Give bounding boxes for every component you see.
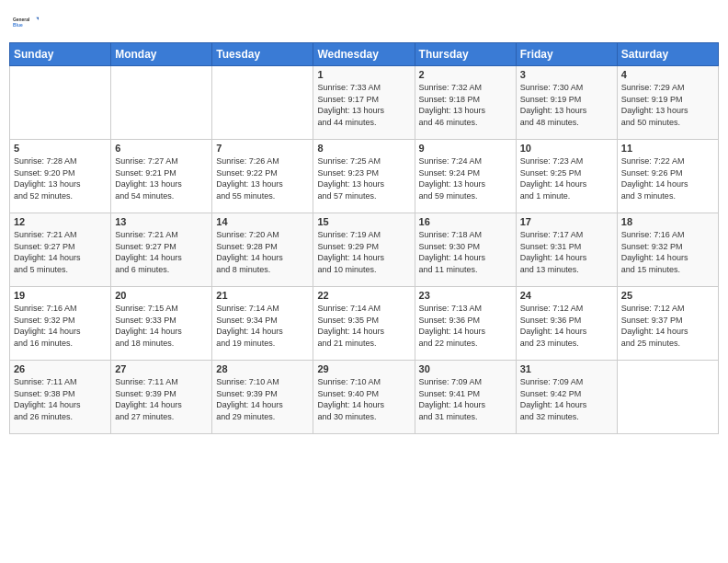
cell-info: Sunrise: 7:26 AM Sunset: 9:22 PM Dayligh… — [216, 155, 309, 201]
day-number: 15 — [317, 216, 410, 227]
day-number: 26 — [14, 363, 107, 374]
calendar-cell-13: 13Sunrise: 7:21 AM Sunset: 9:27 PM Dayli… — [111, 213, 212, 287]
calendar-cell-7: 7Sunrise: 7:26 AM Sunset: 9:22 PM Daylig… — [212, 140, 313, 213]
calendar-cell-15: 15Sunrise: 7:19 AM Sunset: 9:29 PM Dayli… — [313, 213, 415, 287]
day-number: 2 — [419, 69, 512, 80]
calendar-cell-23: 23Sunrise: 7:13 AM Sunset: 9:36 PM Dayli… — [415, 287, 516, 361]
cell-info: Sunrise: 7:09 AM Sunset: 9:41 PM Dayligh… — [419, 376, 512, 422]
cell-info: Sunrise: 7:14 AM Sunset: 9:34 PM Dayligh… — [216, 303, 309, 349]
day-number: 10 — [520, 143, 613, 154]
calendar-table: SundayMondayTuesdayWednesdayThursdayFrid… — [9, 42, 719, 434]
cell-info: Sunrise: 7:17 AM Sunset: 9:31 PM Dayligh… — [520, 229, 613, 275]
day-number: 27 — [115, 363, 208, 374]
cell-info: Sunrise: 7:22 AM Sunset: 9:26 PM Dayligh… — [621, 155, 714, 201]
calendar-cell-16: 16Sunrise: 7:18 AM Sunset: 9:30 PM Dayli… — [415, 213, 516, 287]
cell-info: Sunrise: 7:16 AM Sunset: 9:32 PM Dayligh… — [14, 303, 107, 349]
calendar-cell-20: 20Sunrise: 7:15 AM Sunset: 9:33 PM Dayli… — [111, 287, 212, 361]
cell-info: Sunrise: 7:12 AM Sunset: 9:37 PM Dayligh… — [621, 303, 714, 349]
col-header-wednesday: Wednesday — [313, 43, 415, 66]
calendar-cell-1: 1Sunrise: 7:33 AM Sunset: 9:17 PM Daylig… — [313, 66, 415, 140]
day-number: 12 — [14, 216, 107, 227]
svg-text:General: General — [13, 17, 30, 22]
day-number: 25 — [621, 290, 714, 301]
day-number: 20 — [115, 290, 208, 301]
calendar-cell-18: 18Sunrise: 7:16 AM Sunset: 9:32 PM Dayli… — [617, 213, 718, 287]
cell-info: Sunrise: 7:20 AM Sunset: 9:28 PM Dayligh… — [216, 229, 309, 275]
calendar-cell-27: 27Sunrise: 7:11 AM Sunset: 9:39 PM Dayli… — [111, 361, 212, 434]
cell-info: Sunrise: 7:19 AM Sunset: 9:29 PM Dayligh… — [317, 229, 410, 275]
calendar-cell-22: 22Sunrise: 7:14 AM Sunset: 9:35 PM Dayli… — [313, 287, 415, 361]
calendar-cell-30: 30Sunrise: 7:09 AM Sunset: 9:41 PM Dayli… — [415, 361, 516, 434]
col-header-thursday: Thursday — [415, 43, 516, 66]
day-number: 7 — [216, 143, 309, 154]
col-header-monday: Monday — [111, 43, 212, 66]
calendar-cell-10: 10Sunrise: 7:23 AM Sunset: 9:25 PM Dayli… — [516, 140, 617, 213]
calendar-cell-9: 9Sunrise: 7:24 AM Sunset: 9:24 PM Daylig… — [415, 140, 516, 213]
day-number: 18 — [621, 216, 714, 227]
day-number: 5 — [14, 143, 107, 154]
cell-info: Sunrise: 7:25 AM Sunset: 9:23 PM Dayligh… — [317, 155, 410, 201]
calendar-cell-26: 26Sunrise: 7:11 AM Sunset: 9:38 PM Dayli… — [10, 361, 111, 434]
logo: General Blue — [13, 9, 39, 35]
day-number: 14 — [216, 216, 309, 227]
col-header-sunday: Sunday — [10, 43, 111, 66]
cell-info: Sunrise: 7:18 AM Sunset: 9:30 PM Dayligh… — [419, 229, 512, 275]
empty-cell — [111, 66, 212, 140]
calendar-cell-31: 31Sunrise: 7:09 AM Sunset: 9:42 PM Dayli… — [516, 361, 617, 434]
cell-info: Sunrise: 7:33 AM Sunset: 9:17 PM Dayligh… — [317, 82, 410, 128]
cell-info: Sunrise: 7:12 AM Sunset: 9:36 PM Dayligh… — [520, 303, 613, 349]
cell-info: Sunrise: 7:29 AM Sunset: 9:19 PM Dayligh… — [621, 82, 714, 128]
calendar-cell-17: 17Sunrise: 7:17 AM Sunset: 9:31 PM Dayli… — [516, 213, 617, 287]
cell-info: Sunrise: 7:27 AM Sunset: 9:21 PM Dayligh… — [115, 155, 208, 201]
day-number: 24 — [520, 290, 613, 301]
cell-info: Sunrise: 7:13 AM Sunset: 9:36 PM Dayligh… — [419, 303, 512, 349]
calendar-cell-4: 4Sunrise: 7:29 AM Sunset: 9:19 PM Daylig… — [617, 66, 718, 140]
calendar-cell-25: 25Sunrise: 7:12 AM Sunset: 9:37 PM Dayli… — [617, 287, 718, 361]
day-number: 6 — [115, 143, 208, 154]
page-header: General Blue — [9, 9, 719, 35]
calendar-cell-6: 6Sunrise: 7:27 AM Sunset: 9:21 PM Daylig… — [111, 140, 212, 213]
day-number: 11 — [621, 143, 714, 154]
day-number: 13 — [115, 216, 208, 227]
day-number: 21 — [216, 290, 309, 301]
cell-info: Sunrise: 7:32 AM Sunset: 9:18 PM Dayligh… — [419, 82, 512, 128]
cell-info: Sunrise: 7:15 AM Sunset: 9:33 PM Dayligh… — [115, 303, 208, 349]
cell-info: Sunrise: 7:09 AM Sunset: 9:42 PM Dayligh… — [520, 376, 613, 422]
cell-info: Sunrise: 7:10 AM Sunset: 9:39 PM Dayligh… — [216, 376, 309, 422]
day-number: 9 — [419, 143, 512, 154]
cell-info: Sunrise: 7:23 AM Sunset: 9:25 PM Dayligh… — [520, 155, 613, 201]
cell-info: Sunrise: 7:30 AM Sunset: 9:19 PM Dayligh… — [520, 82, 613, 128]
day-number: 1 — [317, 69, 410, 80]
cell-info: Sunrise: 7:11 AM Sunset: 9:38 PM Dayligh… — [14, 376, 107, 422]
col-header-saturday: Saturday — [617, 43, 718, 66]
day-number: 31 — [520, 363, 613, 374]
day-number: 19 — [14, 290, 107, 301]
day-number: 17 — [520, 216, 613, 227]
empty-cell — [617, 361, 718, 434]
calendar-cell-24: 24Sunrise: 7:12 AM Sunset: 9:36 PM Dayli… — [516, 287, 617, 361]
cell-info: Sunrise: 7:14 AM Sunset: 9:35 PM Dayligh… — [317, 303, 410, 349]
cell-info: Sunrise: 7:24 AM Sunset: 9:24 PM Dayligh… — [419, 155, 512, 201]
calendar-cell-28: 28Sunrise: 7:10 AM Sunset: 9:39 PM Dayli… — [212, 361, 313, 434]
day-number: 22 — [317, 290, 410, 301]
calendar-cell-3: 3Sunrise: 7:30 AM Sunset: 9:19 PM Daylig… — [516, 66, 617, 140]
day-number: 8 — [317, 143, 410, 154]
day-number: 16 — [419, 216, 512, 227]
col-header-tuesday: Tuesday — [212, 43, 313, 66]
day-number: 4 — [621, 69, 714, 80]
empty-cell — [212, 66, 313, 140]
day-number: 28 — [216, 363, 309, 374]
cell-info: Sunrise: 7:21 AM Sunset: 9:27 PM Dayligh… — [115, 229, 208, 275]
calendar-cell-19: 19Sunrise: 7:16 AM Sunset: 9:32 PM Dayli… — [10, 287, 111, 361]
calendar-cell-12: 12Sunrise: 7:21 AM Sunset: 9:27 PM Dayli… — [10, 213, 111, 287]
cell-info: Sunrise: 7:11 AM Sunset: 9:39 PM Dayligh… — [115, 376, 208, 422]
calendar-cell-21: 21Sunrise: 7:14 AM Sunset: 9:34 PM Dayli… — [212, 287, 313, 361]
calendar-cell-5: 5Sunrise: 7:28 AM Sunset: 9:20 PM Daylig… — [10, 140, 111, 213]
empty-cell — [10, 66, 111, 140]
cell-info: Sunrise: 7:16 AM Sunset: 9:32 PM Dayligh… — [621, 229, 714, 275]
day-number: 3 — [520, 69, 613, 80]
calendar-cell-2: 2Sunrise: 7:32 AM Sunset: 9:18 PM Daylig… — [415, 66, 516, 140]
day-number: 23 — [419, 290, 512, 301]
day-number: 29 — [317, 363, 410, 374]
calendar-cell-8: 8Sunrise: 7:25 AM Sunset: 9:23 PM Daylig… — [313, 140, 415, 213]
